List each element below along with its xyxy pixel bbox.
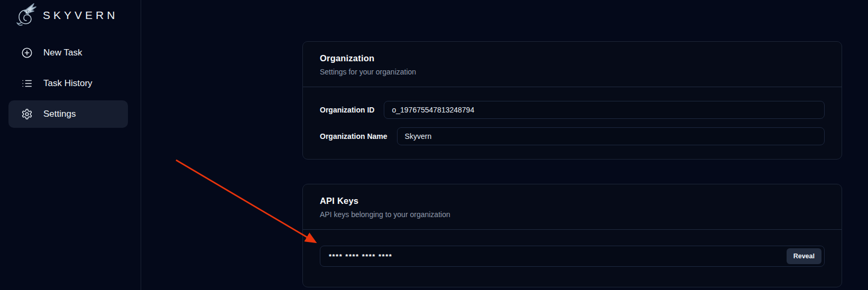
organization-card-title: Organization (320, 53, 825, 63)
reveal-button[interactable]: Reveal (787, 248, 821, 264)
organization-id-label: Organization ID (320, 106, 374, 114)
brand-name: SKYVERN (43, 9, 118, 22)
organization-id-row: Organization ID (320, 101, 825, 119)
skyvern-dragon-logo-icon (14, 3, 38, 28)
organization-name-row: Organization Name (320, 127, 825, 145)
api-keys-card-subtitle: API keys belonging to your organization (320, 210, 825, 219)
plus-circle-icon (21, 47, 33, 59)
sidebar: SKYVERN New Task Task History (0, 0, 141, 290)
api-keys-card-body: **** **** **** **** Reveal (303, 230, 842, 287)
sidebar-item-label: New Task (43, 48, 82, 58)
api-keys-card-title: API Keys (320, 196, 825, 206)
api-key-field[interactable]: **** **** **** **** Reveal (320, 246, 825, 267)
gear-icon (21, 108, 33, 120)
list-icon (21, 78, 33, 89)
api-key-masked-value: **** **** **** **** (329, 252, 392, 260)
sidebar-nav: New Task Task History Settings (8, 39, 128, 131)
sidebar-item-settings[interactable]: Settings (8, 100, 128, 128)
organization-name-label: Organization Name (320, 132, 387, 141)
organization-card: Organization Settings for your organizat… (302, 41, 842, 160)
sidebar-item-label: Task History (43, 78, 93, 89)
sidebar-item-new-task[interactable]: New Task (8, 39, 128, 67)
organization-name-input[interactable] (397, 127, 825, 145)
organization-card-header: Organization Settings for your organizat… (303, 42, 842, 87)
brand-logo[interactable]: SKYVERN (14, 1, 118, 30)
organization-id-input[interactable] (384, 101, 825, 119)
sidebar-item-label: Settings (43, 109, 76, 119)
organization-card-body: Organization ID Organization Name (303, 87, 842, 159)
api-keys-card: API Keys API keys belonging to your orga… (302, 184, 842, 287)
organization-card-subtitle: Settings for your organization (320, 68, 825, 76)
sidebar-item-task-history[interactable]: Task History (8, 70, 128, 97)
api-keys-card-header: API Keys API keys belonging to your orga… (303, 184, 842, 229)
